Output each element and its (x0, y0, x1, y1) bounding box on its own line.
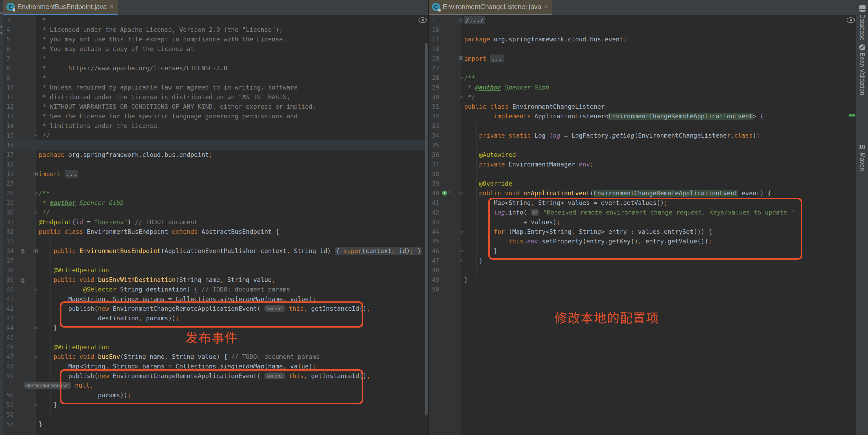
gutter[interactable]: 1+ (429, 15, 461, 25)
gutter[interactable]: 3 (3, 15, 35, 25)
code-line[interactable]: 17package org.springframework.cloud.bus.… (3, 150, 428, 160)
code-line[interactable]: 45 (3, 333, 428, 342)
code-line[interactable]: 48 (429, 265, 856, 275)
fold-marker[interactable] (34, 287, 38, 291)
gutter[interactable]: 47 (3, 352, 35, 361)
gutter[interactable]: 17 (3, 150, 35, 160)
gutter[interactable]: 44 (429, 227, 461, 236)
external-annotation-icon[interactable]: @ (21, 275, 25, 285)
gutter[interactable]: 46 (429, 246, 461, 256)
gutter[interactable]: 33 (3, 236, 35, 246)
gutter[interactable]: 40I (429, 188, 461, 198)
gutter[interactable]: 34 (429, 130, 461, 140)
code-line[interactable]: 40 @Selector String destination) { // TO… (3, 285, 428, 294)
code-line[interactable]: 52 (3, 410, 428, 419)
code-line[interactable]: 39 @Override (429, 179, 856, 188)
gutter[interactable]: 48 (429, 265, 461, 275)
gutter[interactable]: 12 (3, 102, 35, 111)
gutter[interactable]: 34@+ (3, 246, 35, 256)
code-line[interactable]: 11 * distributed under the License is di… (3, 92, 428, 102)
code-line[interactable]: 46 @WriteOperation (3, 342, 428, 352)
code-line[interactable]: 37 (3, 256, 428, 265)
gutter[interactable]: 30 (429, 92, 461, 102)
gutter[interactable]: 50 (3, 390, 35, 400)
close-icon[interactable] (110, 3, 114, 10)
gutter[interactable]: 45 (3, 333, 35, 342)
fold-marker[interactable] (34, 354, 38, 358)
gutter[interactable]: 29 (3, 198, 35, 208)
fold-marker[interactable]: + (459, 18, 463, 23)
gutter[interactable]: 11 (3, 92, 35, 102)
code-line[interactable]: 5 * you may not use this file except in … (3, 34, 428, 44)
fold-marker[interactable] (34, 191, 38, 195)
fold-marker[interactable]: + (459, 56, 463, 61)
gutter[interactable]: 17 (429, 34, 461, 44)
gutter[interactable]: 32 (429, 111, 461, 121)
code-line[interactable]: 41 Map<String, String> values = event.ge… (429, 198, 856, 208)
code-line[interactable]: 44 } (3, 323, 428, 333)
code-line[interactable]: 34@+ public EnvironmentBusEndpoint(Appli… (3, 246, 428, 256)
gutter[interactable]: 53 (3, 419, 35, 429)
gutter[interactable]: 51 (3, 400, 35, 410)
gutter[interactable]: 18 (3, 160, 35, 169)
code-line[interactable]: 37 private EnvironmentManager env; (429, 160, 856, 169)
gutter[interactable]: 38 (429, 169, 461, 179)
gutter[interactable]: 37 (3, 256, 35, 265)
gutter[interactable]: 31 (3, 217, 35, 227)
code-line[interactable]: 13 * See the License for the specific la… (3, 111, 428, 121)
gutter[interactable]: 48 (3, 361, 35, 371)
code-line[interactable]: 29 * @author Spencer Gibb (3, 198, 428, 208)
fold-marker[interactable] (459, 249, 463, 253)
code-line[interactable]: 43 destination, params)); (3, 313, 428, 323)
gutter[interactable]: 35 (429, 140, 461, 150)
code-line[interactable]: 39@ public void busEnvWithDestination(St… (3, 275, 428, 285)
gutter[interactable]: 14 (3, 121, 35, 130)
code-line[interactable]: 12 * WITHOUT WARRANTIES OR CONDITIONS OF… (3, 102, 428, 111)
gutter[interactable]: 42 (3, 304, 35, 313)
implements-method-icon[interactable]: I (442, 191, 447, 196)
code-line[interactable]: 48 Map<String, String> params = Collecti… (3, 361, 428, 371)
code-line[interactable]: 18 (3, 160, 428, 169)
code-line[interactable]: 27 (429, 63, 856, 73)
fold-marker[interactable] (34, 403, 38, 407)
code-line[interactable]: 43 + values); (429, 217, 856, 227)
gutter[interactable]: 16 (429, 25, 461, 34)
gutter[interactable]: 6 (3, 44, 35, 54)
code-line[interactable]: 49} (429, 275, 856, 285)
gutter[interactable]: 42 (429, 208, 461, 217)
code-line[interactable]: 30 */ (429, 92, 856, 102)
gutter[interactable]: 27 (429, 63, 461, 73)
code-line[interactable]: 47 } (429, 256, 856, 265)
gutter[interactable]: 8 (3, 63, 35, 73)
code-line[interactable]: 4 * Licensed under the Apache License, V… (3, 25, 428, 34)
tab-environmentbusendpoint[interactable]: EnvironmentBusEndpoint.java (3, 0, 118, 13)
code-line[interactable]: 53} (3, 419, 428, 429)
folded-region[interactable]: ... (65, 170, 79, 178)
code-line[interactable]: 30 */ (3, 208, 428, 217)
code-line[interactable]: 16 (429, 25, 856, 34)
gutter[interactable]: 28 (429, 73, 461, 83)
gutter[interactable]: 36 (429, 150, 461, 160)
code-line[interactable]: 8 * https://www.apache.org/licenses/LICE… (3, 63, 428, 73)
gutter[interactable]: 31 (429, 102, 461, 111)
code-line[interactable]: 50 params)); (3, 390, 428, 400)
reader-mode-eye-icon[interactable] (418, 18, 427, 23)
gutter[interactable]: 32 (3, 227, 35, 236)
gutter[interactable]: 40 (3, 285, 35, 294)
code-line[interactable]: 40I public void onApplicationEvent(Envir… (429, 188, 856, 198)
code-line[interactable]: 38 @WriteOperation (3, 265, 428, 275)
gutter[interactable]: 29 (429, 83, 461, 92)
gutter[interactable]: 19+ (3, 169, 35, 179)
code-line[interactable]: 19+import ... (3, 169, 428, 179)
gutter[interactable]: 16 (3, 140, 35, 150)
gutter[interactable] (3, 381, 35, 390)
fold-marker[interactable] (459, 258, 463, 262)
tool-button-maven[interactable]: m Maven (856, 142, 868, 171)
fold-marker[interactable] (34, 326, 38, 330)
gutter[interactable]: 49 (429, 275, 461, 285)
tab-environmentchangelistener[interactable]: EnvironmentChangeListener.java (429, 0, 552, 13)
code-line[interactable]: 31@Endpoint(id = "bus-env") // TODO: doc… (3, 217, 428, 227)
reader-mode-eye-icon[interactable] (847, 18, 855, 23)
code-line[interactable]: 14 * limitations under the License. (3, 121, 428, 130)
code-line[interactable]: 29 * @author Spencer Gibb (429, 83, 856, 92)
